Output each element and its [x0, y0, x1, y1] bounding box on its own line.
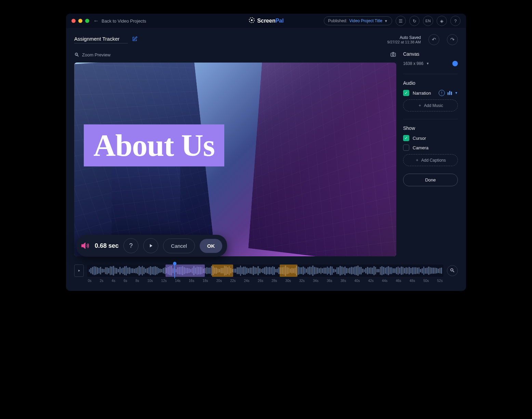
cursor-checkbox[interactable]: ✓ [403, 135, 409, 141]
audio-section-title: Audio [403, 80, 458, 86]
timeline-tick: 2s [100, 279, 104, 283]
canvas-section-title: Canvas [403, 51, 458, 57]
autosave-info: Auto Saved 9/27/22 at 11:38 AM [387, 35, 421, 44]
main-area: 🔍︎ Zoom Preview About Us Canvas [66, 51, 466, 265]
timeline-segment[interactable] [212, 265, 234, 277]
svg-rect-2 [391, 53, 396, 56]
titlebar: ← Back to Video Projects ScreenPal Publi… [66, 14, 466, 28]
play-icon [148, 243, 154, 248]
play-icon [77, 269, 81, 272]
timeline-tick: 38s [341, 279, 346, 283]
svg-point-1 [251, 19, 253, 21]
timeline-tick: 44s [382, 279, 387, 283]
properties-sidebar: Canvas 1638 x 986 ▼ Audio ✓ Narration ! … [403, 51, 458, 256]
timeline-tick: 18s [202, 279, 208, 283]
add-captions-button[interactable]: ＋ Add Captions [403, 154, 458, 166]
timeline-tick: 0s [88, 279, 92, 283]
timeline-tick: 50s [423, 279, 429, 283]
undo-icon: ↶ [432, 37, 436, 43]
overlay-text-content: About Us [93, 129, 215, 162]
selection-duration: 0.68 sec [95, 242, 119, 249]
publish-label: Published: [328, 18, 347, 23]
question-icon: ? [129, 242, 133, 249]
timeline-tick: 26s [258, 279, 263, 283]
back-arrow-icon: ← [93, 18, 99, 24]
timeline-tick: 20s [216, 279, 222, 283]
zoom-label: Zoom Preview [82, 52, 110, 57]
history-button[interactable]: ↻ [409, 16, 420, 26]
undo-button[interactable]: ↶ [428, 34, 439, 45]
timeline-tick: 52s [437, 279, 443, 283]
timeline-tick: 24s [244, 279, 250, 283]
svg-point-3 [392, 54, 394, 56]
cursor-label: Cursor [413, 136, 426, 141]
preview-column: 🔍︎ Zoom Preview About Us [74, 51, 396, 256]
edit-title-button[interactable] [132, 36, 137, 43]
project-title[interactable]: Assignment Tracker [74, 36, 128, 43]
zoom-row: 🔍︎ Zoom Preview [74, 51, 396, 58]
show-section-title: Show [403, 125, 458, 131]
timeline-tick: 34s [313, 279, 318, 283]
timeline-tick: 32s [299, 279, 305, 283]
timeline-play-button[interactable] [74, 265, 84, 277]
window-controls [71, 19, 89, 23]
maximize-window-button[interactable] [85, 19, 89, 23]
timeline-segment[interactable] [165, 265, 205, 277]
project-header: Assignment Tracker Auto Saved 9/27/22 at… [66, 28, 466, 51]
language-button[interactable]: EN [423, 16, 433, 26]
plus-icon: ＋ [418, 103, 422, 108]
timeline-zoom-button[interactable]: 🔍︎ [447, 265, 458, 276]
magnifier-icon: 🔍︎ [450, 268, 455, 274]
narration-info-button[interactable]: ! [439, 90, 445, 96]
toolbar-play-button[interactable] [143, 238, 158, 253]
timeline-tick: 22s [230, 279, 236, 283]
question-icon: ? [454, 18, 456, 24]
timeline-tick: 40s [354, 279, 360, 283]
add-music-button[interactable]: ＋ Add Music [403, 99, 458, 111]
help-button[interactable]: ? [450, 16, 461, 26]
timeline-tick: 12s [161, 279, 167, 283]
app-window: ← Back to Video Projects ScreenPal Publi… [66, 14, 466, 291]
audio-levels-button[interactable] [448, 91, 452, 95]
canvas-color-swatch[interactable] [452, 61, 458, 66]
timeline-tick: 4s [112, 279, 116, 283]
history-icon: ↻ [413, 18, 416, 24]
done-button[interactable]: Done [403, 174, 458, 186]
timeline-segment[interactable] [280, 265, 297, 277]
timeline-ticks: 0s2s4s6s8s10s12s14s16s18s20s22s24s26s28s… [87, 279, 443, 283]
camera-label: Camera [413, 145, 428, 150]
magnifier-icon[interactable]: 🔍︎ [74, 52, 79, 58]
timeline-track[interactable]: 0s2s4s6s8s10s12s14s16s18s20s22s24s26s28s… [87, 265, 443, 283]
redo-button[interactable]: ↷ [447, 34, 458, 45]
timeline-tick: 28s [271, 279, 277, 283]
layers-button[interactable]: ◈ [437, 16, 447, 26]
camera-checkbox[interactable] [403, 145, 409, 151]
notes-icon: ☰ [399, 18, 403, 24]
timeline-tick: 14s [175, 279, 181, 283]
snapshot-button[interactable] [390, 51, 396, 58]
publish-dropdown[interactable]: Published: Video Project Title ▼ [324, 16, 392, 25]
back-button[interactable]: ← Back to Video Projects [93, 18, 146, 24]
volume-icon[interactable] [81, 241, 90, 250]
logo-text: ScreenPal [257, 18, 283, 24]
timeline-tick: 8s [135, 279, 139, 283]
toolbar-help-button[interactable]: ? [123, 238, 138, 253]
canvas-size-dropdown[interactable]: 1638 x 986 [403, 61, 423, 66]
narration-checkbox[interactable]: ✓ [403, 90, 409, 96]
timeline: 0s2s4s6s8s10s12s14s16s18s20s22s24s26s28s… [66, 265, 466, 291]
notes-button[interactable]: ☰ [396, 16, 406, 26]
video-preview[interactable]: About Us [74, 63, 396, 256]
playhead[interactable] [174, 263, 175, 278]
text-overlay[interactable]: About Us [84, 124, 224, 166]
cancel-button[interactable]: Cancel [163, 239, 195, 253]
publish-value: Video Project Title [349, 18, 383, 23]
edit-toolbar: 0.68 sec ? Cancel OK [76, 235, 227, 257]
divider [403, 74, 458, 74]
plus-icon: ＋ [415, 157, 419, 163]
caret-down-icon: ▼ [384, 19, 388, 23]
ok-button[interactable]: OK [200, 239, 223, 253]
minimize-window-button[interactable] [78, 19, 82, 23]
divider [403, 119, 458, 119]
caret-down-icon[interactable]: ▼ [455, 91, 458, 95]
close-window-button[interactable] [71, 19, 76, 23]
